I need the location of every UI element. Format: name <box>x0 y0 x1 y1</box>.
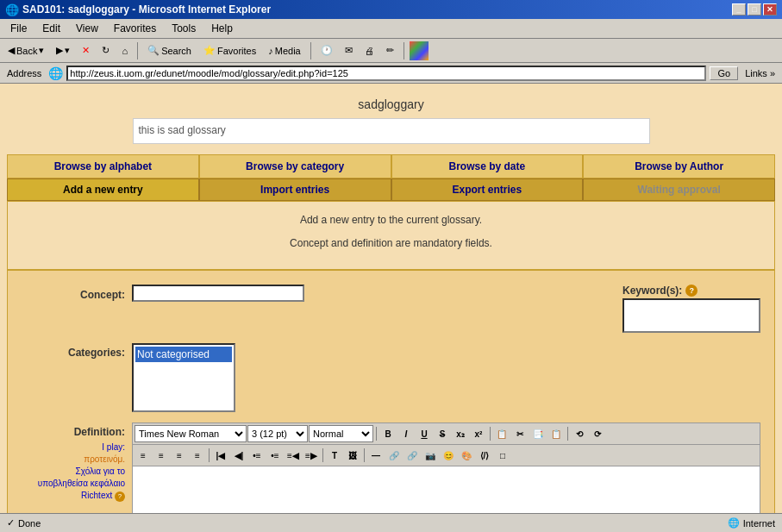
search-button[interactable]: 🔍 Search <box>143 42 196 59</box>
menu-file[interactable]: File <box>3 21 34 36</box>
image-button[interactable]: 📷 <box>422 447 439 464</box>
menu-favorites[interactable]: Favorites <box>107 21 163 36</box>
font-size-select[interactable]: 3 (12 pt) 1 (8 pt) 2 (10 pt) 4 (14 pt) <box>247 425 308 442</box>
edit-button[interactable]: ✏ <box>382 42 398 59</box>
color-button[interactable]: T <box>326 447 343 464</box>
refresh-button[interactable]: ↻ <box>97 42 114 59</box>
cut-button[interactable]: ✂ <box>511 425 529 442</box>
tab-browse-date[interactable]: Browse by date <box>391 154 584 178</box>
paste-button[interactable]: 📑 <box>529 425 547 442</box>
concept-input[interactable] <box>132 285 304 302</box>
title-left: 🌐 SAD101: sadgloggary - Microsoft Intern… <box>5 3 271 16</box>
font-family-select[interactable]: Times New Roman Arial Courier New <box>135 425 247 442</box>
align-center-button[interactable]: ≡ <box>153 447 170 464</box>
home-button[interactable]: ⌂ <box>117 43 132 59</box>
window-title: SAD101: sadgloggary - Microsoft Internet… <box>22 3 271 16</box>
align-left-button[interactable]: ≡ <box>135 447 152 464</box>
forward-dropdown-icon: ▾ <box>65 45 70 56</box>
status-icon: ✓ <box>7 517 15 519</box>
links-button[interactable]: Links » <box>741 67 779 79</box>
tab-browse-author[interactable]: Browse by Author <box>583 154 775 178</box>
menu-edit[interactable]: Edit <box>35 21 67 36</box>
bgcolor-button[interactable]: 🖼 <box>344 447 361 464</box>
stop-icon: ✕ <box>82 45 90 56</box>
concept-label: Concept: <box>22 285 125 301</box>
categories-label: Categories: <box>22 343 125 359</box>
undo-button[interactable]: ⟲ <box>571 425 588 442</box>
favorites-button[interactable]: ⭐ Favorites <box>199 42 260 59</box>
print-button[interactable]: 🖨 <box>360 43 378 59</box>
categories-list[interactable]: Not categorised <box>132 343 235 412</box>
history-icon: 🕐 <box>321 45 333 56</box>
italic-button[interactable]: I <box>397 425 415 442</box>
unlink-button[interactable]: 🔗 <box>404 447 421 464</box>
address-input[interactable] <box>66 66 706 81</box>
toolbar-separator-2 <box>310 42 311 59</box>
html-button[interactable]: ⟨/⟩ <box>476 447 493 464</box>
indent-button[interactable]: ≡▶ <box>303 447 320 464</box>
rt-sep-1 <box>376 427 377 441</box>
menu-help[interactable]: Help <box>204 21 240 36</box>
concept-group: Concept: <box>22 285 616 302</box>
back-icon: ◀ <box>8 45 15 56</box>
link-button[interactable]: 🔗 <box>385 447 403 464</box>
list-ul-button[interactable]: •≡ <box>266 447 284 464</box>
hr-button[interactable]: — <box>367 447 385 464</box>
font-style-select[interactable]: Normal Heading 1 Heading 2 <box>309 425 373 442</box>
bold-button[interactable]: B <box>379 425 397 442</box>
fullscreen-button[interactable]: □ <box>494 447 511 464</box>
keyword-help-icon[interactable]: ? <box>685 285 698 297</box>
tab-browse-category[interactable]: Browse by category <box>199 154 391 178</box>
menu-view[interactable]: View <box>69 21 105 36</box>
redo-button[interactable]: ⟳ <box>589 425 606 442</box>
tab-waiting: Waiting approval <box>583 178 775 201</box>
title-bar: 🌐 SAD101: sadgloggary - Microsoft Intern… <box>0 0 782 19</box>
forward-button[interactable]: ▶ ▾ <box>52 42 74 59</box>
underline-button[interactable]: U <box>416 425 433 442</box>
history-button[interactable]: 🕐 <box>316 42 337 59</box>
strikethrough-button[interactable]: S <box>434 425 451 442</box>
window-controls[interactable]: _ □ ✕ <box>732 3 777 16</box>
search-icon: 🔍 <box>147 45 160 56</box>
zone-text: Internet <box>743 518 775 520</box>
richtext-editor: Times New Roman Arial Courier New 3 (12 … <box>132 422 760 519</box>
paste2-button[interactable]: 📋 <box>547 425 565 442</box>
ie-icon: 🌐 <box>5 3 19 16</box>
tab-export[interactable]: Export entries <box>391 178 584 201</box>
indent-first-button[interactable]: |◀ <box>212 447 229 464</box>
tab-add-entry[interactable]: Add a new entry <box>7 178 199 201</box>
align-right-button[interactable]: ≡ <box>171 447 188 464</box>
internet-icon: 🌐 <box>728 517 740 519</box>
description-box: this is sad glossary <box>133 118 650 144</box>
tab-browse-alphabet[interactable]: Browse by alphabet <box>7 154 199 178</box>
back-button[interactable]: ◀ Back ▾ <box>3 42 48 59</box>
outdent-button[interactable]: ≡◀ <box>285 447 302 464</box>
list-ol-button[interactable]: •≡ <box>248 447 266 464</box>
favorites-label: Favorites <box>217 46 256 56</box>
smiley-button[interactable]: 😊 <box>440 447 457 464</box>
category-item-not-categorised[interactable]: Not categorised <box>135 347 232 362</box>
tab-import[interactable]: Import entries <box>199 178 391 201</box>
richtext-help-icon[interactable]: ? <box>115 491 125 502</box>
indent-last-button[interactable]: ◀| <box>230 447 247 464</box>
subscript-button[interactable]: x₂ <box>452 425 469 442</box>
keyword-input[interactable] <box>622 298 760 333</box>
menu-tools[interactable]: Tools <box>165 21 203 36</box>
mail-button[interactable]: ✉ <box>341 42 357 59</box>
color2-button[interactable]: 🎨 <box>458 447 475 464</box>
address-label: Address <box>3 68 45 78</box>
copy-button[interactable]: 📋 <box>493 425 510 442</box>
forward-icon: ▶ <box>56 45 63 56</box>
superscript-button[interactable]: x² <box>470 425 487 442</box>
stop-button[interactable]: ✕ <box>78 42 94 59</box>
close-button[interactable]: ✕ <box>763 3 777 16</box>
media-button[interactable]: ♪ Media <box>264 43 304 59</box>
description-text: this is sad glossary <box>139 124 226 136</box>
align-justify-button[interactable]: ≡ <box>189 447 206 464</box>
definition-textarea[interactable] <box>133 466 760 519</box>
maximize-button[interactable]: □ <box>748 3 761 16</box>
minimize-button[interactable]: _ <box>732 3 746 16</box>
go-button[interactable]: Go <box>710 66 738 80</box>
side-note-richtext: Richtext ? <box>38 490 125 502</box>
side-note-2: προτεινόμ. <box>38 454 125 466</box>
